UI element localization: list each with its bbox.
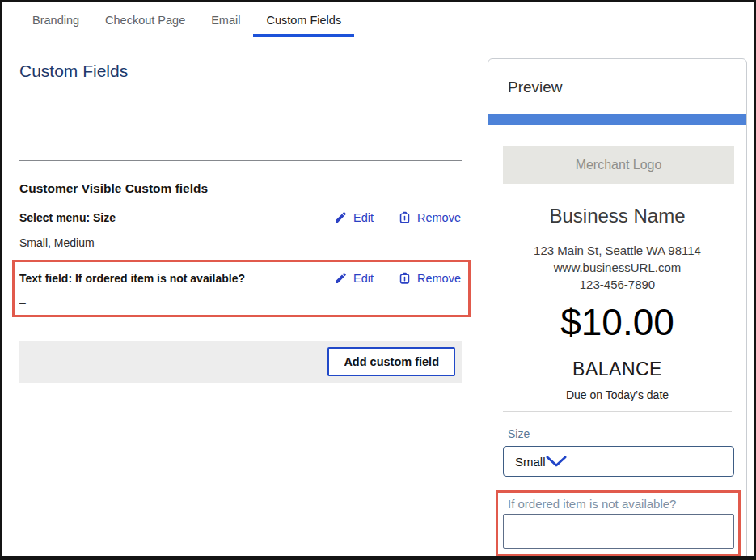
highlight-box [12,260,471,317]
tab-bar: Branding Checkout Page Email Custom Fiel… [19,2,354,38]
edit-button[interactable]: Edit [334,210,374,224]
business-address: 123 Main St, Seattle WA 98114 [488,242,746,259]
preview-title: Preview [508,78,563,96]
size-select[interactable]: Small [503,446,734,477]
field-title: Text field: If ordered item is not avail… [19,272,245,285]
merchant-logo-placeholder: Merchant Logo [503,146,734,184]
remove-button[interactable]: Remove [398,210,461,224]
tab-custom-fields[interactable]: Custom Fields [253,2,354,38]
balance-label: BALANCE [488,358,746,380]
field-title: Select menu: Size [19,211,116,224]
due-date-text: Due on Today’s date [488,388,746,401]
tab-label: Custom Fields [266,14,341,27]
custom-text-input[interactable] [503,514,734,549]
edit-button[interactable]: Edit [334,271,374,285]
preview-divider [503,411,732,412]
row-actions: Edit Remove [334,271,461,285]
section-heading: Customer Visible Custom fields [19,181,208,196]
trash-icon [398,271,412,285]
field-options: Small, Medium [19,236,95,249]
merchant-logo-label: Merchant Logo [576,158,662,172]
custom-field-row: Text field: If ordered item is not avail… [19,271,461,285]
size-field-label: Size [508,427,530,440]
brand-color-bar [488,114,746,125]
tab-label: Email [211,14,240,27]
page-title: Custom Fields [19,62,128,81]
settings-window: Branding Checkout Page Email Custom Fiel… [0,0,756,560]
chevron-down-icon [546,456,567,467]
business-details: 123 Main St, Seattle WA 98114 www.busine… [488,242,746,293]
add-custom-field-button[interactable]: Add custom field [327,347,455,376]
size-select-value: Small [515,455,546,469]
edit-label: Edit [353,211,374,224]
preview-panel: Preview Merchant Logo Business Name 123 … [488,58,747,560]
remove-button[interactable]: Remove [398,271,461,285]
tab-label: Branding [32,14,79,27]
business-phone: 123-456-7890 [488,276,746,293]
amount-due: $10.00 [488,300,746,344]
pencil-icon [334,210,348,224]
field-value: – [19,296,26,309]
section-divider [19,160,462,161]
business-website: www.businessURL.com [488,259,746,276]
remove-label: Remove [417,272,461,285]
tab-email[interactable]: Email [198,2,253,38]
tab-checkout-page[interactable]: Checkout Page [92,2,198,38]
tab-branding[interactable]: Branding [19,2,92,38]
business-name: Business Name [488,205,746,227]
tab-label: Checkout Page [105,14,185,27]
text-field-label: If ordered item is not available? [508,497,676,511]
pencil-icon [334,271,348,285]
add-field-strip: Add custom field [19,341,462,383]
custom-field-row: Select menu: Size Edit Remove [19,210,461,224]
trash-icon [398,210,412,224]
edit-label: Edit [353,272,374,285]
row-actions: Edit Remove [334,210,461,224]
remove-label: Remove [417,211,461,224]
